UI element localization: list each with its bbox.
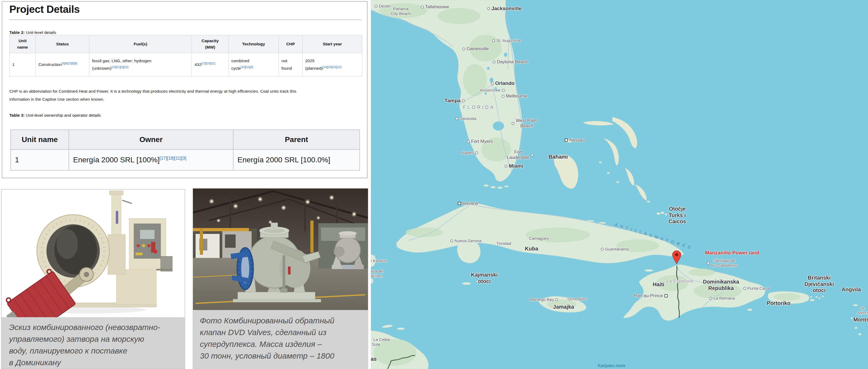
map-view[interactable]: DestinPanama City BeachTallahasseeJackso…	[371, 0, 868, 369]
map-label: Gainesville	[466, 46, 489, 52]
project-details-card: Project Details Table 2: Unit-level deta…	[2, 1, 368, 178]
reference-link[interactable]: [5][6][7][8][9]	[62, 62, 77, 65]
map-label: Montego Bay	[529, 297, 554, 302]
column-header: Start year	[303, 35, 362, 53]
figure-1-caption: Эскиз комбинированного (невозвратно- упр…	[2, 317, 185, 368]
map-label: Montserrat	[853, 317, 868, 323]
reference-link[interactable]: [14][15][16][12]	[323, 65, 342, 68]
table-cell: fossil gas: LNG, other: hydrogen(unknown…	[89, 53, 192, 76]
city-dot-icon	[502, 89, 505, 92]
map-label: Sarasota	[460, 116, 476, 121]
document-panel: Project Details Table 2: Unit-level deta…	[0, 0, 371, 369]
map-label: Kissimmee	[480, 88, 501, 93]
map-label: Punta Cana	[747, 286, 769, 291]
map-label: A N T I L L A S M A Y O R E S	[614, 222, 692, 250]
cell-text: fossil gas: LNG, other: hydrogen	[92, 58, 151, 63]
reference-link[interactable]: [10][11][3][12]	[111, 65, 128, 68]
map-label: La Española	[666, 279, 693, 284]
map-label: Daytona Beach	[497, 59, 528, 65]
valve-photo-illustration	[193, 189, 368, 310]
column-header: CHP	[279, 35, 303, 53]
city-dot-icon	[371, 259, 372, 262]
cell-text: 1	[12, 62, 15, 67]
city-dot-icon	[709, 297, 712, 300]
cell-text: (unknown)	[92, 66, 111, 70]
header-row: Unit nameOwnerParent	[11, 130, 360, 149]
map-label: Jacksonville	[491, 6, 521, 11]
map-label: Jamajka	[553, 304, 574, 310]
city-dot-icon	[467, 140, 470, 143]
map-label: Portoriko	[767, 300, 790, 307]
cell-text: combined	[231, 58, 249, 63]
map-label: Kuba	[525, 246, 538, 252]
column-header: Capacity (MW)	[192, 35, 229, 53]
city-dot-icon	[743, 287, 746, 290]
column-header: Technology	[229, 35, 279, 53]
valve-render-image	[2, 190, 185, 317]
table-cell: notfound	[279, 53, 303, 76]
city-dot-icon	[375, 5, 378, 8]
title-divider	[9, 20, 362, 20]
table3-caption: Table 3: Unit-level ownership and operat…	[9, 113, 101, 118]
map-label: Destin	[379, 4, 391, 8]
table-cell: 1	[10, 53, 36, 76]
map-label: Fort Myers	[471, 139, 493, 144]
valve-photo-image	[193, 189, 368, 310]
map-label: Panama City Beach	[391, 6, 411, 16]
map-label: Guantánamo	[605, 247, 629, 252]
map-labels-layer: DestinPanama City BeachTallahasseeJackso…	[371, 0, 868, 369]
map-label: Santiago de los Caballeros	[711, 258, 737, 268]
column-header: Status	[36, 35, 89, 53]
map-pin[interactable]	[672, 250, 681, 264]
reference-link[interactable]: [17][18][11][3]	[160, 156, 186, 161]
map-label: Fort Lauderdale	[507, 149, 529, 160]
city-dot-icon	[531, 153, 534, 157]
city-dot-icon	[462, 99, 465, 102]
cell-text: not	[281, 58, 287, 63]
map-label: Honduras	[371, 356, 377, 362]
cell-text: 2025	[305, 58, 314, 63]
reference-link[interactable]: [10][11][3]	[241, 65, 253, 68]
chp-note: CHP is an abbreviation for Combined Heat…	[9, 87, 364, 103]
map-label: FLORIDA	[463, 105, 495, 110]
header-row: Unit nameStatusFuel(s)Capacity (MW)Techn…	[10, 35, 362, 53]
map-label: Dominikanska Republika	[703, 279, 739, 291]
city-dot-icon	[601, 248, 603, 251]
table-cell: 432[13][10][11]	[192, 53, 229, 76]
map-label: Melbourne	[506, 93, 527, 99]
map-label: La Ceiba	[373, 337, 390, 342]
map-label: Playa del Carmen	[371, 269, 384, 279]
page-title: Project Details	[9, 3, 80, 15]
city-dot-icon	[707, 262, 710, 264]
table-row: 1Energía 2000 SRL [100%][17][18][11][3]E…	[11, 149, 360, 170]
unit-details-table: Unit nameStatusFuel(s)Capacity (MW)Techn…	[9, 35, 362, 76]
capital-city-icon	[565, 139, 568, 142]
map-pin-label[interactable]: Manzanillo Power land	[705, 250, 760, 256]
map-label: Orlando	[495, 80, 515, 86]
cell-text: Energía 2000 SRL [100.0%]	[238, 156, 330, 164]
figure-2-caption: Фото Комбинированный обратный клапан DVD…	[193, 310, 368, 369]
city-dot-icon	[504, 165, 507, 168]
map-label: Haiti	[653, 281, 664, 288]
table-cell: combinedcycle[10][11][3]	[229, 53, 279, 76]
map-pin-icon	[672, 250, 681, 264]
city-dot-icon	[475, 151, 478, 154]
column-header: Owner	[69, 130, 233, 149]
map-label: Otočje Turks i Caicos	[669, 206, 686, 225]
city-dot-icon	[502, 95, 504, 98]
city-dot-icon	[555, 298, 558, 301]
map-label: Kajmanski otoci	[471, 272, 498, 284]
reference-link[interactable]: [13][10][11]	[202, 62, 215, 65]
map-label: Nueva Gerona	[455, 238, 482, 243]
figure-valve-render: Эскиз комбинированного (невозвратно- упр…	[1, 189, 185, 369]
city-dot-icon	[487, 7, 490, 10]
map-label: Angvila	[842, 286, 861, 293]
map-label: Tallahassee	[425, 4, 449, 9]
ownership-table: Unit nameOwnerParent1Energía 2000 SRL [1…	[10, 130, 360, 171]
city-dot-icon	[491, 82, 494, 85]
table-cell: Energía 2000 SRL [100.0%]	[233, 149, 360, 170]
capital-city-icon	[664, 294, 668, 297]
map-label: West Palm Beach	[516, 118, 538, 129]
map-label: Camagüey	[529, 236, 549, 241]
column-header: Parent	[233, 130, 360, 149]
